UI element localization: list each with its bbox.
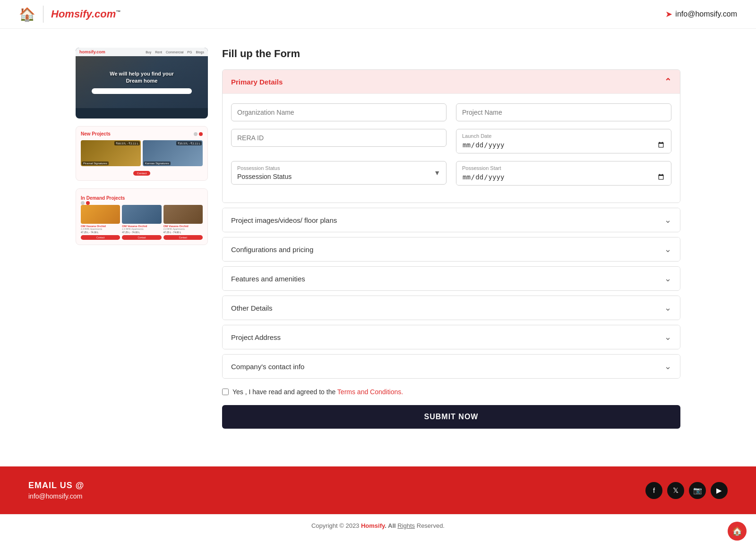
section-header-1[interactable]: Configurations and pricing ⌄ bbox=[223, 237, 680, 261]
project-image-2: ₹35.57L - ₹2.11 L Kannas Signatures bbox=[143, 140, 203, 166]
instagram-icon[interactable]: 📷 bbox=[689, 482, 706, 499]
terms-checkbox[interactable] bbox=[222, 389, 229, 395]
demand-proj-info-3: 2,3 BHK Apartments bbox=[163, 228, 203, 230]
demand-project-2: OM Vasana Orchid 2,3 BHK Apartments 47.2… bbox=[122, 205, 161, 240]
demand-contact-2[interactable]: Contact bbox=[122, 235, 161, 240]
collapsed-sections: Project images/videos/ floor plans ⌄ Con… bbox=[222, 208, 680, 379]
section-label-5: Company's contact info bbox=[231, 363, 304, 371]
terms-text: Yes , I have read and agreed to the Term… bbox=[232, 388, 403, 396]
price-badge-2: ₹35.57L - ₹2.11 L bbox=[176, 141, 202, 145]
footer-copyright: Copyright © 2023 Homsify. All Rights Res… bbox=[0, 514, 756, 537]
possession-status-wrapper: Possession Status Possession Status Read… bbox=[231, 161, 447, 185]
launch-date-group: Launch Date bbox=[456, 129, 671, 153]
rera-id-input[interactable] bbox=[231, 129, 447, 147]
contact-btn-row: Contact bbox=[81, 168, 203, 176]
logo-divider bbox=[43, 6, 43, 23]
primary-details-section: Primary Details ⌃ bbox=[222, 69, 680, 203]
logo-text: Homsify.com™ bbox=[51, 8, 120, 20]
demand-dot-active bbox=[86, 201, 90, 205]
section-header-5[interactable]: Company's contact info ⌄ bbox=[223, 355, 680, 378]
possession-status-select[interactable]: Possession Status Ready to Move Under Co… bbox=[232, 171, 446, 184]
hero-body: We will help you find your Dream home bbox=[76, 56, 208, 108]
demand-project-1: OM Vasana Orchid 2,3 BHK Apartments 47.2… bbox=[81, 205, 120, 240]
possession-start-input[interactable] bbox=[456, 171, 671, 185]
new-projects-title: New Projects bbox=[81, 131, 111, 136]
demand-title: In Demand Projects bbox=[81, 195, 125, 201]
in-demand-card: In Demand Projects OM Vasana Orchid 2,3 … bbox=[76, 188, 208, 245]
footer-email-section: EMAIL US @ info@homsify.com bbox=[28, 481, 84, 500]
terms-row: Yes , I have read and agreed to the Term… bbox=[222, 388, 680, 396]
section-1: Configurations and pricing ⌄ bbox=[222, 237, 680, 262]
form-panel: Fill up the Form Primary Details ⌃ bbox=[222, 48, 680, 429]
main-content: homsify.com Buy Rent Commercial PG Blogs… bbox=[47, 29, 709, 448]
logo-brand: Homsify.com bbox=[51, 8, 116, 20]
demand-contact-3[interactable]: Contact bbox=[163, 235, 203, 240]
chevron-down-icon-3: ⌄ bbox=[664, 303, 671, 313]
footer-red: EMAIL US @ info@homsify.com f 𝕏 📷 ▶ bbox=[0, 466, 756, 514]
youtube-icon[interactable]: ▶ bbox=[711, 482, 728, 499]
preview-logo: homsify.com bbox=[79, 50, 105, 54]
demand-contact-1[interactable]: Contact bbox=[81, 235, 120, 240]
demand-dot-inactive bbox=[81, 201, 85, 205]
preview-panel: homsify.com Buy Rent Commercial PG Blogs… bbox=[76, 48, 208, 429]
possession-start-wrapper: Possession Start bbox=[456, 161, 671, 186]
demand-proj-info-2: 2,3 BHK Apartments bbox=[122, 228, 161, 230]
section-label-3: Other Details bbox=[231, 304, 273, 312]
possession-status-group: Possession Status Possession Status Read… bbox=[231, 161, 447, 186]
demand-price-1: 47.25 L - 74.00 L bbox=[81, 231, 120, 234]
corner-badge[interactable]: 🏠 bbox=[728, 522, 747, 537]
new-projects-card: New Projects ₹68.57L - ₹2.11 L Piramal S… bbox=[76, 126, 208, 181]
section-label-4: Project Address bbox=[231, 333, 281, 341]
demand-price-2: 47.25 L - 74.00 L bbox=[122, 231, 161, 234]
launch-date-input[interactable] bbox=[456, 139, 671, 153]
org-name-input[interactable] bbox=[231, 103, 447, 121]
primary-details-label: Primary Details bbox=[231, 78, 283, 86]
header-email: ➤ info@homsify.com bbox=[665, 9, 737, 19]
section-5: Company's contact info ⌄ bbox=[222, 354, 680, 379]
new-projects-header: New Projects bbox=[81, 131, 203, 136]
demand-project-3: OM Vasana Orchid 2,3 BHK Apartments 47.2… bbox=[163, 205, 203, 240]
logo-area: 🏠 Homsify.com™ bbox=[19, 6, 120, 23]
facebook-icon[interactable]: f bbox=[645, 482, 662, 499]
section-header-2[interactable]: Features and amenities ⌄ bbox=[223, 267, 680, 290]
possession-start-label: Possession Start bbox=[456, 161, 671, 171]
rera-id-group bbox=[231, 129, 447, 153]
submit-button[interactable]: SUBMIT NOW bbox=[222, 405, 680, 429]
dot-active bbox=[199, 132, 203, 136]
demand-price-3: 47.25 L - 74.00 L bbox=[163, 231, 203, 234]
price-badge-1: ₹68.57L - ₹2.11 L bbox=[114, 141, 140, 145]
house-icon: 🏠 bbox=[19, 7, 35, 22]
section-header-4[interactable]: Project Address ⌄ bbox=[223, 325, 680, 349]
demand-img-3 bbox=[163, 205, 203, 224]
hero-nav: homsify.com Buy Rent Commercial PG Blogs bbox=[76, 48, 208, 56]
contact-btn-mini[interactable]: Contact bbox=[133, 171, 151, 176]
project-name-input[interactable] bbox=[456, 103, 671, 121]
chevron-down-icon-4: ⌄ bbox=[664, 332, 671, 342]
footer-email-label: EMAIL US @ bbox=[28, 481, 84, 491]
demand-img-2 bbox=[122, 205, 161, 224]
form-row-1 bbox=[231, 103, 671, 121]
org-name-group bbox=[231, 103, 447, 121]
terms-link[interactable]: Terms and Conditions. bbox=[337, 388, 403, 396]
twitter-icon[interactable]: 𝕏 bbox=[667, 482, 684, 499]
section-0: Project images/videos/ floor plans ⌄ bbox=[222, 208, 680, 232]
primary-details-header[interactable]: Primary Details ⌃ bbox=[223, 70, 680, 93]
project-name-group bbox=[456, 103, 671, 121]
social-icons: f 𝕏 📷 ▶ bbox=[645, 482, 728, 499]
section-header-0[interactable]: Project images/videos/ floor plans ⌄ bbox=[223, 208, 680, 232]
form-row-3: Possession Status Possession Status Read… bbox=[231, 161, 671, 186]
demand-img-1 bbox=[81, 205, 120, 224]
dot-inactive bbox=[194, 132, 198, 136]
section-label-2: Features and amenities bbox=[231, 275, 305, 283]
header-email-text: info@homsify.com bbox=[675, 10, 737, 18]
chevron-down-icon-5: ⌄ bbox=[664, 361, 671, 372]
form-title: Fill up the Form bbox=[222, 48, 680, 60]
dream-text: We will help you find your Dream home bbox=[110, 70, 173, 85]
section-header-3[interactable]: Other Details ⌄ bbox=[223, 296, 680, 320]
chevron-down-icon-1: ⌄ bbox=[664, 244, 671, 254]
possession-status-label: Possession Status bbox=[232, 161, 446, 171]
chevron-down-icon-0: ⌄ bbox=[664, 215, 671, 225]
section-3: Other Details ⌄ bbox=[222, 296, 680, 320]
demand-proj-info-1: 2,3 BHK Apartments bbox=[81, 228, 120, 230]
demand-card-dots bbox=[81, 201, 203, 205]
